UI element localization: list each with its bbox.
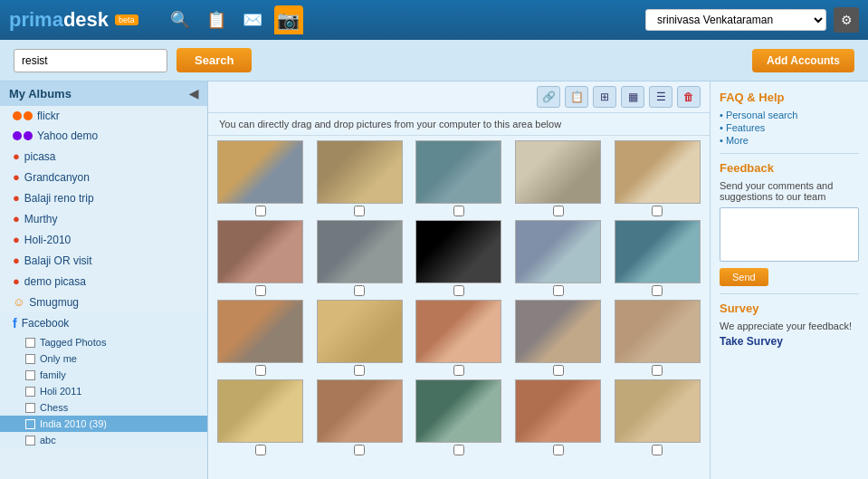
photo-thumb[interactable] <box>317 300 403 363</box>
user-select[interactable]: srinivasa Venkataraman <box>645 9 826 31</box>
chess-checkbox[interactable] <box>25 403 35 413</box>
grid2-tool-button[interactable]: ▦ <box>621 86 644 108</box>
sidebar-item-family[interactable]: family <box>0 367 207 383</box>
settings-button[interactable]: ⚙ <box>834 7 859 33</box>
only-me-checkbox[interactable] <box>25 354 35 364</box>
sidebar-item-tagged-photos[interactable]: Tagged Photos <box>0 334 207 350</box>
send-button[interactable]: Send <box>720 268 768 286</box>
sidebar-item-only-me[interactable]: Only me <box>0 350 207 367</box>
add-accounts-button[interactable]: Add Accounts <box>752 49 854 72</box>
sidebar-header: My Albums ◀ <box>0 81 207 106</box>
photo-thumb[interactable] <box>615 220 701 283</box>
feedback-textarea[interactable] <box>720 207 859 262</box>
tagged-photos-checkbox[interactable] <box>25 338 35 348</box>
photos-icon[interactable]: 📷 <box>274 5 303 34</box>
photo-thumb[interactable] <box>515 220 601 283</box>
sidebar-item-picasa[interactable]: ● picasa <box>0 146 207 167</box>
photo-cell <box>312 140 408 216</box>
sidebar-item-grandcanyon[interactable]: ● Grandcanyon <box>0 167 207 187</box>
photo-thumb[interactable] <box>515 379 601 443</box>
photo-checkbox[interactable] <box>652 445 663 455</box>
sidebar-item-chess[interactable]: Chess <box>0 399 207 416</box>
faq-personal-search-link[interactable]: • Personal search <box>720 110 859 120</box>
india2010-checkbox[interactable] <box>25 419 35 429</box>
photo-checkbox[interactable] <box>553 285 564 296</box>
photo-thumb[interactable] <box>415 140 501 204</box>
take-survey-link[interactable]: Take Survey <box>720 335 783 348</box>
sidebar-item-holi2010[interactable]: ● Holi-2010 <box>0 229 207 250</box>
photo-thumb[interactable] <box>317 220 403 283</box>
photo-checkbox[interactable] <box>354 206 365 216</box>
photo-checkbox[interactable] <box>255 206 266 216</box>
sidebar-item-abc[interactable]: abc <box>0 432 207 448</box>
sidebar-item-holi2011[interactable]: Holi 2011 <box>0 383 207 399</box>
delete-tool-button[interactable]: 🗑 <box>677 86 701 108</box>
photo-checkbox[interactable] <box>255 365 266 376</box>
holi2011-checkbox[interactable] <box>25 387 35 397</box>
yahoo-dot1 <box>13 131 22 140</box>
photo-thumb[interactable] <box>415 220 501 283</box>
document-icon[interactable]: 📋 <box>202 5 231 34</box>
photo-checkbox[interactable] <box>354 365 365 376</box>
photo-checkbox[interactable] <box>553 206 564 216</box>
sidebar-item-balaji-reno[interactable]: ● Balaji reno trip <box>0 187 207 208</box>
sidebar-item-smugmug[interactable]: ☺ Smugmug <box>0 292 207 312</box>
photo-thumb[interactable] <box>317 379 403 443</box>
sidebar-item-yahoo[interactable]: Yahoo demo <box>0 126 207 146</box>
link-tool-button[interactable]: 🔗 <box>537 86 560 108</box>
photo-checkbox[interactable] <box>553 365 564 376</box>
sidebar-item-facebook[interactable]: f Facebook <box>0 312 207 334</box>
faq-features-link[interactable]: • Features <box>720 122 859 133</box>
photo-checkbox[interactable] <box>354 285 365 296</box>
survey-description: We appreciate your feedback! <box>720 321 859 331</box>
search-icon[interactable]: 🔍 <box>166 5 195 34</box>
photo-checkbox[interactable] <box>652 206 663 216</box>
photo-thumb[interactable] <box>217 140 303 204</box>
photo-thumb[interactable] <box>515 140 601 204</box>
photo-thumb[interactable] <box>515 300 601 363</box>
sidebar-item-demo-picasa[interactable]: ● demo picasa <box>0 271 207 292</box>
family-checkbox[interactable] <box>25 370 35 380</box>
photo-checkbox[interactable] <box>453 206 464 216</box>
photo-checkbox[interactable] <box>453 445 464 455</box>
search-input[interactable] <box>14 49 167 72</box>
photo-thumb[interactable] <box>217 220 303 283</box>
photo-thumb[interactable] <box>615 300 701 363</box>
sidebar-label-india2010: India 2010 (39) <box>40 418 107 429</box>
sidebar-item-flickr[interactable]: flickr <box>0 106 207 126</box>
photos-grid-wrapper[interactable] <box>208 136 710 479</box>
sidebar-label-holi2011: Holi 2011 <box>40 386 81 397</box>
photo-thumb[interactable] <box>217 300 303 363</box>
photo-checkbox[interactable] <box>255 285 266 296</box>
photo-thumb[interactable] <box>615 140 701 204</box>
search-button[interactable]: Search <box>176 48 252 72</box>
photo-thumb[interactable] <box>217 379 303 443</box>
sidebar-item-india2010[interactable]: India 2010 (39) <box>0 416 207 432</box>
photo-checkbox[interactable] <box>453 365 464 376</box>
photo-thumb[interactable] <box>415 379 501 443</box>
balaji-or-icon: ● <box>13 254 20 267</box>
photo-thumb[interactable] <box>317 140 403 204</box>
abc-checkbox[interactable] <box>25 436 35 445</box>
sidebar-collapse-icon[interactable]: ◀ <box>189 87 198 101</box>
photo-thumb[interactable] <box>415 300 501 363</box>
feedback-title: Feedback <box>720 161 859 175</box>
header-icons: 🔍 📋 ✉️ 📷 <box>166 5 303 34</box>
photo-checkbox[interactable] <box>255 445 266 455</box>
faq-more-link[interactable]: • More <box>720 135 859 146</box>
photo-checkbox[interactable] <box>652 365 663 376</box>
main-layout: My Albums ◀ flickr Yahoo demo ● picasa <box>0 81 868 479</box>
sidebar-item-balaji-or[interactable]: ● Balaji OR visit <box>0 250 207 271</box>
photo-checkbox[interactable] <box>453 285 464 296</box>
mail-icon[interactable]: ✉️ <box>238 5 267 34</box>
photo-thumb[interactable] <box>615 379 701 443</box>
photo-checkbox[interactable] <box>553 445 564 455</box>
logo: primadesk beta <box>9 8 138 32</box>
sidebar-item-murthy[interactable]: ● Murthy <box>0 208 207 229</box>
sidebar-title: My Albums <box>9 87 72 101</box>
grid-tool-button[interactable]: ⊞ <box>593 86 616 108</box>
photo-checkbox[interactable] <box>652 285 663 296</box>
photo-checkbox[interactable] <box>354 445 365 455</box>
copy-tool-button[interactable]: 📋 <box>565 86 588 108</box>
list-tool-button[interactable]: ☰ <box>649 86 672 108</box>
